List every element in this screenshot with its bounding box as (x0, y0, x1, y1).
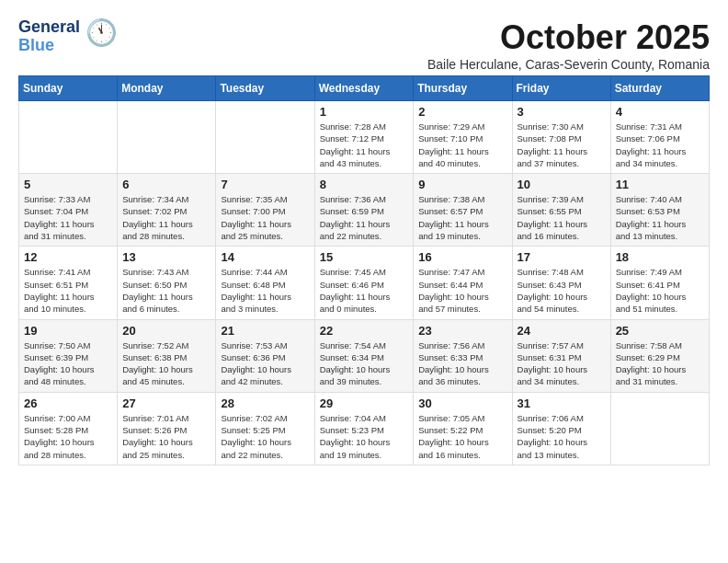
calendar-cell: 12Sunrise: 7:41 AM Sunset: 6:51 PM Dayli… (19, 247, 118, 319)
calendar-cell: 19Sunrise: 7:50 AM Sunset: 6:39 PM Dayli… (19, 319, 118, 392)
day-number: 18 (616, 250, 704, 264)
calendar-cell: 1Sunrise: 7:28 AM Sunset: 7:12 PM Daylig… (314, 101, 414, 174)
day-number: 13 (122, 250, 210, 264)
calendar-cell: 13Sunrise: 7:43 AM Sunset: 6:50 PM Dayli… (118, 247, 216, 319)
calendar-week-row: 19Sunrise: 7:50 AM Sunset: 6:39 PM Dayli… (19, 319, 710, 392)
calendar-cell: 5Sunrise: 7:33 AM Sunset: 7:04 PM Daylig… (19, 174, 118, 247)
calendar-cell: 20Sunrise: 7:52 AM Sunset: 6:38 PM Dayli… (118, 319, 216, 392)
calendar-cell: 26Sunrise: 7:00 AM Sunset: 5:28 PM Dayli… (19, 392, 118, 465)
calendar-cell: 21Sunrise: 7:53 AM Sunset: 6:36 PM Dayli… (216, 319, 314, 392)
day-info: Sunrise: 7:36 AM Sunset: 6:59 PM Dayligh… (320, 193, 409, 242)
day-info: Sunrise: 7:00 AM Sunset: 5:28 PM Dayligh… (24, 412, 112, 461)
day-number: 20 (122, 324, 210, 338)
day-header-thursday: Thursday (414, 76, 512, 101)
day-number: 27 (122, 396, 210, 410)
day-header-tuesday: Tuesday (216, 76, 314, 101)
day-info: Sunrise: 7:31 AM Sunset: 7:06 PM Dayligh… (616, 121, 704, 169)
day-header-wednesday: Wednesday (314, 76, 414, 101)
calendar-cell: 28Sunrise: 7:02 AM Sunset: 5:25 PM Dayli… (216, 392, 314, 465)
calendar-cell: 30Sunrise: 7:05 AM Sunset: 5:22 PM Dayli… (414, 392, 512, 465)
day-number: 8 (320, 178, 409, 191)
calendar-cell: 25Sunrise: 7:58 AM Sunset: 6:29 PM Dayli… (610, 319, 709, 392)
day-info: Sunrise: 7:01 AM Sunset: 5:26 PM Dayligh… (122, 412, 210, 461)
day-info: Sunrise: 7:30 AM Sunset: 7:08 PM Dayligh… (518, 121, 606, 169)
day-info: Sunrise: 7:43 AM Sunset: 6:50 PM Dayligh… (122, 266, 210, 315)
day-info: Sunrise: 7:06 AM Sunset: 5:20 PM Dayligh… (518, 412, 606, 461)
day-info: Sunrise: 7:45 AM Sunset: 6:46 PM Dayligh… (320, 266, 409, 315)
day-header-saturday: Saturday (610, 76, 709, 101)
day-number: 11 (616, 178, 704, 191)
day-number: 3 (518, 105, 606, 119)
day-info: Sunrise: 7:40 AM Sunset: 6:53 PM Dayligh… (616, 193, 704, 242)
calendar-cell: 3Sunrise: 7:30 AM Sunset: 7:08 PM Daylig… (512, 101, 610, 174)
location-subtitle: Baile Herculane, Caras-Severin County, R… (427, 57, 710, 72)
calendar-cell: 9Sunrise: 7:38 AM Sunset: 6:57 PM Daylig… (414, 174, 512, 247)
day-info: Sunrise: 7:41 AM Sunset: 6:51 PM Dayligh… (24, 266, 112, 315)
day-number: 5 (24, 178, 112, 191)
page-header: General Blue 🕚 October 2025 Baile Hercul… (18, 18, 710, 72)
day-header-sunday: Sunday (19, 76, 118, 101)
day-number: 15 (320, 250, 409, 264)
day-info: Sunrise: 7:49 AM Sunset: 6:41 PM Dayligh… (616, 266, 704, 315)
calendar-cell: 22Sunrise: 7:54 AM Sunset: 6:34 PM Dayli… (314, 319, 414, 392)
calendar-cell: 7Sunrise: 7:35 AM Sunset: 7:00 PM Daylig… (216, 174, 314, 247)
calendar-cell (610, 392, 709, 465)
day-info: Sunrise: 7:39 AM Sunset: 6:55 PM Dayligh… (518, 193, 606, 242)
day-number: 6 (122, 178, 210, 191)
day-header-friday: Friday (512, 76, 610, 101)
logo: General Blue 🕚 (18, 18, 118, 55)
calendar-cell: 17Sunrise: 7:48 AM Sunset: 6:43 PM Dayli… (512, 247, 610, 319)
calendar-cell (19, 101, 118, 174)
calendar-cell: 15Sunrise: 7:45 AM Sunset: 6:46 PM Dayli… (314, 247, 414, 319)
calendar-header-row: SundayMondayTuesdayWednesdayThursdayFrid… (19, 76, 710, 101)
day-info: Sunrise: 7:58 AM Sunset: 6:29 PM Dayligh… (616, 339, 704, 388)
day-number: 12 (24, 250, 112, 264)
calendar-cell: 6Sunrise: 7:34 AM Sunset: 7:02 PM Daylig… (118, 174, 216, 247)
calendar-cell: 16Sunrise: 7:47 AM Sunset: 6:44 PM Dayli… (414, 247, 512, 319)
day-info: Sunrise: 7:02 AM Sunset: 5:25 PM Dayligh… (221, 412, 309, 461)
calendar-cell: 2Sunrise: 7:29 AM Sunset: 7:10 PM Daylig… (414, 101, 512, 174)
day-info: Sunrise: 7:44 AM Sunset: 6:48 PM Dayligh… (221, 266, 309, 315)
calendar-week-row: 1Sunrise: 7:28 AM Sunset: 7:12 PM Daylig… (19, 101, 710, 174)
day-number: 30 (418, 396, 506, 410)
calendar-cell: 11Sunrise: 7:40 AM Sunset: 6:53 PM Dayli… (610, 174, 709, 247)
logo-bird-icon: 🕚 (85, 17, 118, 48)
day-info: Sunrise: 7:57 AM Sunset: 6:31 PM Dayligh… (518, 339, 606, 388)
day-number: 21 (221, 324, 309, 338)
calendar-cell (118, 101, 216, 174)
day-number: 17 (518, 250, 606, 264)
calendar-cell: 31Sunrise: 7:06 AM Sunset: 5:20 PM Dayli… (512, 392, 610, 465)
day-info: Sunrise: 7:48 AM Sunset: 6:43 PM Dayligh… (518, 266, 606, 315)
calendar-cell: 23Sunrise: 7:56 AM Sunset: 6:33 PM Dayli… (414, 319, 512, 392)
calendar-cell: 10Sunrise: 7:39 AM Sunset: 6:55 PM Dayli… (512, 174, 610, 247)
day-number: 29 (320, 396, 409, 410)
day-info: Sunrise: 7:34 AM Sunset: 7:02 PM Dayligh… (122, 193, 210, 242)
logo-line1: General (18, 18, 80, 37)
calendar-cell: 8Sunrise: 7:36 AM Sunset: 6:59 PM Daylig… (314, 174, 414, 247)
day-info: Sunrise: 7:35 AM Sunset: 7:00 PM Dayligh… (221, 193, 309, 242)
day-number: 25 (616, 324, 704, 338)
day-number: 16 (418, 250, 506, 264)
calendar-cell: 4Sunrise: 7:31 AM Sunset: 7:06 PM Daylig… (610, 101, 709, 174)
day-info: Sunrise: 7:50 AM Sunset: 6:39 PM Dayligh… (24, 339, 112, 388)
calendar-cell (216, 101, 314, 174)
day-number: 24 (518, 324, 606, 338)
day-number: 10 (518, 178, 606, 191)
calendar-week-row: 5Sunrise: 7:33 AM Sunset: 7:04 PM Daylig… (19, 174, 710, 247)
day-info: Sunrise: 7:04 AM Sunset: 5:23 PM Dayligh… (320, 412, 409, 461)
day-info: Sunrise: 7:28 AM Sunset: 7:12 PM Dayligh… (320, 121, 409, 169)
calendar-cell: 14Sunrise: 7:44 AM Sunset: 6:48 PM Dayli… (216, 247, 314, 319)
day-number: 22 (320, 324, 409, 338)
calendar-table: SundayMondayTuesdayWednesdayThursdayFrid… (18, 75, 710, 465)
calendar-week-row: 12Sunrise: 7:41 AM Sunset: 6:51 PM Dayli… (19, 247, 710, 319)
day-number: 23 (418, 324, 506, 338)
day-info: Sunrise: 7:33 AM Sunset: 7:04 PM Dayligh… (24, 193, 112, 242)
day-info: Sunrise: 7:52 AM Sunset: 6:38 PM Dayligh… (122, 339, 210, 388)
day-header-monday: Monday (118, 76, 216, 101)
day-info: Sunrise: 7:54 AM Sunset: 6:34 PM Dayligh… (320, 339, 409, 388)
day-info: Sunrise: 7:05 AM Sunset: 5:22 PM Dayligh… (418, 412, 506, 461)
calendar-cell: 27Sunrise: 7:01 AM Sunset: 5:26 PM Dayli… (118, 392, 216, 465)
day-number: 7 (221, 178, 309, 191)
calendar-cell: 24Sunrise: 7:57 AM Sunset: 6:31 PM Dayli… (512, 319, 610, 392)
day-number: 4 (616, 105, 704, 119)
